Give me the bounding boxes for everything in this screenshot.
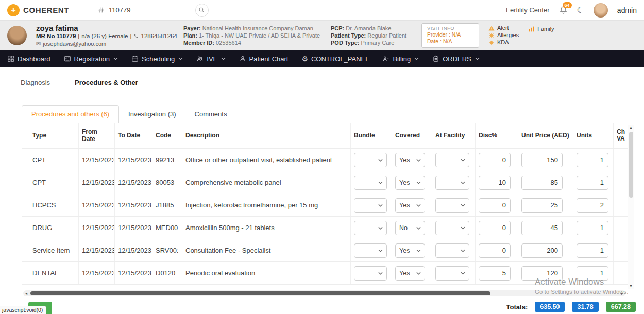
visit-info-title: VISIT INFO	[427, 25, 473, 31]
discount-input[interactable]	[479, 221, 511, 235]
hash-icon	[98, 7, 105, 13]
app-logo[interactable]: + COHERENT	[7, 4, 69, 16]
bundle-select[interactable]	[354, 266, 387, 281]
calendar-icon	[131, 55, 139, 62]
cell-type: Service Item	[22, 239, 79, 261]
covered-select[interactable]: Yes	[395, 243, 425, 258]
bundle-select[interactable]	[354, 153, 387, 167]
chevron-down-icon	[416, 181, 421, 184]
cell-description: Consultation Fee - Specialist	[178, 239, 351, 261]
dashboard-icon	[7, 55, 14, 62]
units-input[interactable]	[577, 198, 608, 213]
discount-input[interactable]	[479, 153, 511, 167]
col-header-disc: Disc%	[476, 123, 518, 148]
vertical-scrollbar[interactable]: ▲ ▼	[628, 125, 634, 289]
units-input[interactable]	[577, 153, 608, 167]
tab-comments[interactable]: Comments	[185, 106, 236, 123]
bundle-select[interactable]	[354, 176, 387, 190]
horizontal-scroll-track[interactable]	[29, 290, 619, 296]
vertical-scroll-thumb[interactable]	[629, 132, 633, 198]
family-flag[interactable]: Family	[528, 26, 554, 32]
covered-select[interactable]: Yes	[395, 153, 425, 167]
nav-orders[interactable]: ORDERS	[432, 55, 480, 63]
discount-input[interactable]	[479, 198, 511, 213]
patient-search-input[interactable]	[109, 6, 191, 14]
discount-input[interactable]	[479, 176, 511, 190]
at-facility-select[interactable]	[435, 243, 469, 258]
bundle-select[interactable]	[354, 221, 387, 235]
horizontal-scrollbar[interactable]: ◄ ►	[23, 290, 625, 296]
patient-email: josephdavis@yahoo.com	[43, 40, 106, 47]
chevron-down-icon	[461, 272, 465, 275]
units-input[interactable]	[577, 221, 608, 235]
at-facility-select[interactable]	[435, 198, 469, 213]
unit-price-input[interactable]	[521, 153, 563, 167]
topbar-right: Fertility Center 64 ☾ admin	[506, 3, 637, 18]
at-facility-select[interactable]	[435, 266, 469, 281]
patient-identity: zoya fatima MR No 110779 | n/a (26 y) Fe…	[36, 24, 174, 47]
scroll-left-arrow[interactable]: ◄	[23, 292, 29, 295]
cell-description: Injection, ketorolac tromethamine, per 1…	[178, 194, 351, 216]
chevron-down-icon	[416, 272, 421, 275]
username[interactable]: admin	[617, 6, 637, 14]
nav-registration[interactable]: Registration	[64, 55, 118, 63]
patient-type-value: Regular Patient	[367, 32, 406, 39]
registration-icon	[64, 55, 71, 62]
search-button[interactable]	[195, 4, 209, 17]
scroll-up-arrow[interactable]: ▲	[629, 125, 633, 131]
notifications-bell-icon[interactable]: 64	[559, 6, 568, 14]
covered-select[interactable]: No	[395, 221, 425, 235]
bundle-select[interactable]	[354, 198, 387, 213]
table-row: Service Item 12/15/2023 12/15/2023 SRV00…	[22, 239, 628, 261]
chevron-down-icon	[416, 226, 421, 230]
nav-scheduling[interactable]: Scheduling	[131, 55, 183, 63]
cell-code: 99213	[152, 149, 178, 171]
kda-label: KDA	[497, 39, 509, 46]
payer-label: Payer:	[183, 25, 201, 31]
scroll-down-arrow[interactable]: ▼	[629, 283, 633, 289]
email-icon: ✉	[36, 40, 41, 47]
chevron-down-icon	[378, 272, 383, 275]
bundle-select[interactable]	[354, 243, 387, 258]
discount-input[interactable]	[479, 266, 511, 281]
kda-flag[interactable]: KDA	[488, 39, 519, 46]
unit-price-input[interactable]	[521, 176, 563, 190]
at-facility-select[interactable]	[435, 153, 469, 167]
at-facility-select[interactable]	[435, 221, 469, 235]
tab-diagnosis[interactable]: Diagnosis	[21, 79, 50, 86]
people-icon	[196, 55, 204, 62]
unit-price-input[interactable]	[521, 198, 563, 213]
covered-select[interactable]: Yes	[395, 266, 425, 281]
user-avatar[interactable]	[594, 3, 608, 18]
allergies-flag[interactable]: Allergies	[488, 32, 519, 39]
tab-procedures-and-others[interactable]: Procedures and others (6)	[22, 105, 119, 123]
nav-ivf[interactable]: IVF	[196, 55, 225, 63]
units-input[interactable]	[577, 266, 608, 281]
patient-demographics: n/a (26 y) Female	[81, 32, 128, 40]
cell-code: SRV001	[152, 239, 178, 261]
horizontal-scroll-thumb[interactable]	[30, 291, 490, 295]
unit-price-input[interactable]	[521, 243, 563, 258]
col-header-covered: Covered	[392, 123, 432, 148]
units-input[interactable]	[577, 176, 608, 190]
scroll-right-arrow[interactable]: ►	[619, 292, 625, 295]
nav-control-panel[interactable]: ⚙ CONTROL_PANEL	[301, 55, 369, 63]
tab-investigation[interactable]: Investigation (3)	[119, 106, 185, 123]
nav-billing[interactable]: Billing	[382, 55, 419, 63]
dark-mode-toggle-icon[interactable]: ☾	[577, 5, 584, 15]
nav-dashboard[interactable]: Dashboard	[7, 55, 50, 63]
chevron-down-icon	[416, 249, 421, 252]
discount-input[interactable]	[479, 243, 511, 258]
covered-select[interactable]: Yes	[395, 176, 425, 190]
unit-price-input[interactable]	[521, 266, 563, 281]
cell-code: MED001	[152, 217, 178, 239]
nav-patient-chart[interactable]: Patient Chart	[239, 55, 289, 63]
covered-select[interactable]: Yes	[395, 198, 425, 213]
plan-label: Plan:	[183, 32, 197, 39]
units-input[interactable]	[577, 243, 608, 258]
unit-price-input[interactable]	[521, 221, 563, 235]
alert-flag[interactable]: Alert	[488, 25, 519, 31]
tab-procedures-other[interactable]: Procedures & Other	[75, 79, 138, 86]
at-facility-select[interactable]	[435, 176, 469, 190]
plan-value: 1- Thiqa - NW UAE Private / AD SEHA & Pr…	[199, 32, 320, 39]
